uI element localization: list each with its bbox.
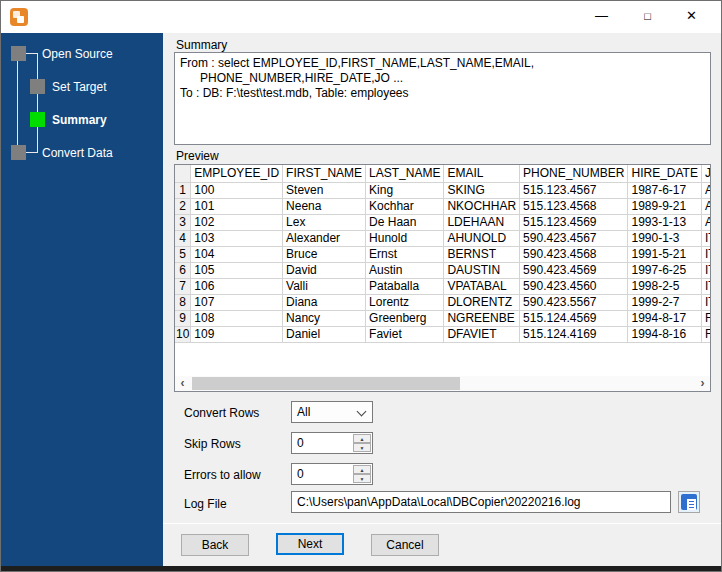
column-header[interactable]: EMPLOYEE_ID bbox=[191, 165, 283, 182]
table-cell[interactable]: David bbox=[283, 262, 366, 278]
spinner-down-icon[interactable]: ▼ bbox=[353, 474, 371, 483]
table-cell[interactable]: Diana bbox=[283, 294, 366, 310]
table-cell[interactable]: 1987-6-17 bbox=[628, 182, 701, 198]
column-header[interactable]: HIRE_DATE bbox=[628, 165, 701, 182]
row-number-cell[interactable]: 6 bbox=[175, 262, 191, 278]
table-cell[interactable]: 1994-8-16 bbox=[628, 326, 701, 342]
table-cell[interactable]: 100 bbox=[191, 182, 283, 198]
cancel-button[interactable]: Cancel bbox=[371, 534, 439, 556]
row-number-cell[interactable]: 5 bbox=[175, 246, 191, 262]
horizontal-scrollbar[interactable]: ‹ › bbox=[175, 376, 710, 391]
table-cell[interactable]: King bbox=[366, 182, 444, 198]
table-cell[interactable]: Kochhar bbox=[366, 198, 444, 214]
spinner-up-icon[interactable]: ▲ bbox=[353, 465, 371, 474]
table-row[interactable]: 1100StevenKingSKING515.123.45671987-6-17… bbox=[175, 182, 711, 198]
row-number-cell[interactable]: 3 bbox=[175, 214, 191, 230]
row-number-cell[interactable]: 4 bbox=[175, 230, 191, 246]
table-cell[interactable]: 1990-1-3 bbox=[628, 230, 701, 246]
column-header[interactable]: EMAIL bbox=[444, 165, 520, 182]
row-number-cell[interactable]: 10 bbox=[175, 326, 191, 342]
table-cell[interactable]: 515.124.4169 bbox=[520, 326, 628, 342]
table-cell[interactable]: 109 bbox=[191, 326, 283, 342]
table-cell[interactable]: 590.423.5567 bbox=[520, 294, 628, 310]
table-cell[interactable]: BERNST bbox=[444, 246, 520, 262]
table-row[interactable]: 10109DanielFavietDFAVIET515.124.41691994… bbox=[175, 326, 711, 342]
table-row[interactable]: 6105DavidAustinDAUSTIN590.423.45691997-6… bbox=[175, 262, 711, 278]
table-cell[interactable]: 107 bbox=[191, 294, 283, 310]
table-cell[interactable]: 590.423.4567 bbox=[520, 230, 628, 246]
table-cell[interactable]: Neena bbox=[283, 198, 366, 214]
table-cell[interactable]: 1999-2-7 bbox=[628, 294, 701, 310]
table-cell[interactable]: 104 bbox=[191, 246, 283, 262]
table-cell[interactable]: IT_P bbox=[701, 262, 711, 278]
maximize-icon[interactable]: □ bbox=[625, 1, 670, 33]
table-cell[interactable]: IT_P bbox=[701, 294, 711, 310]
open-log-file-button[interactable] bbox=[678, 491, 700, 513]
table-cell[interactable]: 103 bbox=[191, 230, 283, 246]
table-cell[interactable]: DFAVIET bbox=[444, 326, 520, 342]
table-cell[interactable]: 105 bbox=[191, 262, 283, 278]
table-row[interactable]: 8107DianaLorentzDLORENTZ590.423.55671999… bbox=[175, 294, 711, 310]
row-number-cell[interactable]: 2 bbox=[175, 198, 191, 214]
table-cell[interactable]: Valli bbox=[283, 278, 366, 294]
table-cell[interactable]: Nancy bbox=[283, 310, 366, 326]
table-cell[interactable]: IT_P bbox=[701, 230, 711, 246]
table-cell[interactable]: NGREENBE bbox=[444, 310, 520, 326]
table-cell[interactable]: 1993-1-13 bbox=[628, 214, 701, 230]
table-cell[interactable]: 515.123.4568 bbox=[520, 198, 628, 214]
column-header[interactable]: JOB_ bbox=[701, 165, 711, 182]
row-number-cell[interactable]: 1 bbox=[175, 182, 191, 198]
table-cell[interactable]: LDEHAAN bbox=[444, 214, 520, 230]
table-cell[interactable]: Austin bbox=[366, 262, 444, 278]
table-cell[interactable]: 515.123.4567 bbox=[520, 182, 628, 198]
minimize-icon[interactable]: — bbox=[579, 1, 624, 33]
scrollbar-thumb[interactable] bbox=[192, 377, 460, 390]
table-row[interactable]: 7106ValliPataballaVPATABAL590.423.456019… bbox=[175, 278, 711, 294]
table-cell[interactable]: AD_ bbox=[701, 182, 711, 198]
table-cell[interactable]: 102 bbox=[191, 214, 283, 230]
table-cell[interactable]: 101 bbox=[191, 198, 283, 214]
table-cell[interactable]: Faviet bbox=[366, 326, 444, 342]
table-cell[interactable]: IT_P bbox=[701, 278, 711, 294]
table-cell[interactable]: 590.423.4560 bbox=[520, 278, 628, 294]
scroll-right-icon[interactable]: › bbox=[695, 376, 710, 391]
table-cell[interactable]: 1998-2-5 bbox=[628, 278, 701, 294]
corner-header-cell[interactable] bbox=[175, 165, 191, 182]
table-cell[interactable]: 590.423.4569 bbox=[520, 262, 628, 278]
column-header[interactable]: PHONE_NUMBER bbox=[520, 165, 628, 182]
table-cell[interactable]: Pataballa bbox=[366, 278, 444, 294]
table-cell[interactable]: Lex bbox=[283, 214, 366, 230]
table-cell[interactable]: 1994-8-17 bbox=[628, 310, 701, 326]
log-file-input[interactable]: C:\Users\pan\AppData\Local\DBCopier\2022… bbox=[291, 491, 671, 513]
column-header[interactable]: LAST_NAME bbox=[366, 165, 444, 182]
next-button[interactable]: Next bbox=[276, 533, 344, 555]
table-cell[interactable]: AD_ bbox=[701, 214, 711, 230]
table-cell[interactable]: DAUSTIN bbox=[444, 262, 520, 278]
table-cell[interactable]: FI_M bbox=[701, 310, 711, 326]
column-header[interactable]: FIRST_NAME bbox=[283, 165, 366, 182]
table-cell[interactable]: 515.124.4569 bbox=[520, 310, 628, 326]
table-cell[interactable]: 1997-6-25 bbox=[628, 262, 701, 278]
table-cell[interactable]: IT_P bbox=[701, 246, 711, 262]
table-cell[interactable]: Daniel bbox=[283, 326, 366, 342]
table-row[interactable]: 9108NancyGreenbergNGREENBE515.124.456919… bbox=[175, 310, 711, 326]
table-cell[interactable]: Alexander bbox=[283, 230, 366, 246]
table-row[interactable]: 5104BruceErnstBERNST590.423.45681991-5-2… bbox=[175, 246, 711, 262]
table-cell[interactable]: NKOCHHAR bbox=[444, 198, 520, 214]
table-row[interactable]: 3102LexDe HaanLDEHAAN515.123.45691993-1-… bbox=[175, 214, 711, 230]
table-cell[interactable]: Steven bbox=[283, 182, 366, 198]
table-cell[interactable]: 1991-5-21 bbox=[628, 246, 701, 262]
table-cell[interactable]: 108 bbox=[191, 310, 283, 326]
table-cell[interactable]: FI_A bbox=[701, 326, 711, 342]
table-cell[interactable]: Ernst bbox=[366, 246, 444, 262]
table-cell[interactable]: AD_ bbox=[701, 198, 711, 214]
spinner-up-icon[interactable]: ▲ bbox=[353, 434, 371, 443]
table-row[interactable]: 4103AlexanderHunoldAHUNOLD590.423.456719… bbox=[175, 230, 711, 246]
table-cell[interactable]: Lorentz bbox=[366, 294, 444, 310]
table-cell[interactable]: SKING bbox=[444, 182, 520, 198]
table-cell[interactable]: Hunold bbox=[366, 230, 444, 246]
back-button[interactable]: Back bbox=[181, 534, 249, 556]
convert-rows-select[interactable]: All bbox=[291, 401, 373, 423]
row-number-cell[interactable]: 7 bbox=[175, 278, 191, 294]
skip-rows-stepper[interactable]: 0 ▲ ▼ bbox=[291, 432, 373, 454]
